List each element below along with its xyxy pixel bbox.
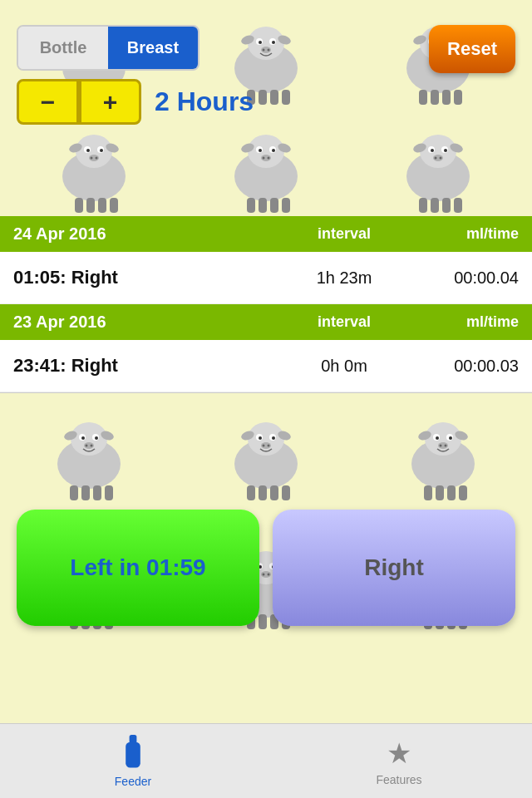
svg-rect-42: [431, 90, 439, 105]
svg-point-112: [262, 444, 264, 446]
svg-rect-181: [126, 741, 140, 767]
svg-rect-57: [86, 198, 95, 213]
row-mltime-2: 00:00.03: [411, 357, 519, 376]
svg-point-20: [272, 41, 275, 44]
svg-point-61: [248, 135, 284, 168]
svg-rect-58: [98, 198, 106, 213]
sheep-6: [352, 116, 524, 216]
svg-rect-131: [424, 485, 432, 500]
svg-rect-118: [270, 485, 278, 500]
svg-rect-86: [419, 198, 427, 213]
mltime-col-header-2: ml/time: [411, 313, 519, 331]
svg-rect-103: [93, 485, 101, 500]
svg-point-113: [267, 444, 269, 446]
svg-point-121: [425, 422, 461, 456]
svg-rect-88: [442, 198, 451, 213]
svg-rect-41: [419, 90, 427, 105]
svg-point-46: [76, 135, 112, 168]
svg-point-80: [444, 149, 447, 152]
bottom-sheep-3: [355, 393, 532, 522]
svg-rect-72: [259, 198, 267, 213]
mltime-col-header-1: ml/time: [411, 225, 519, 243]
mode-button-group: Bottle Breast: [17, 25, 200, 71]
time-controls: − + 2 Hours: [17, 79, 254, 125]
svg-point-68: [267, 157, 269, 160]
tab-features[interactable]: ★ Features: [266, 724, 532, 798]
sheep-5: [180, 116, 352, 216]
svg-point-76: [420, 135, 456, 168]
bottle-mode-button[interactable]: Bottle: [18, 27, 108, 69]
svg-rect-102: [81, 485, 90, 500]
date-header-1: 24 Apr 2016 interval ml/time: [0, 216, 532, 252]
tab-feeder[interactable]: Feeder: [0, 724, 266, 798]
svg-point-91: [71, 422, 107, 456]
svg-rect-104: [105, 485, 113, 500]
svg-rect-28: [270, 90, 278, 105]
row-interval-1: 1h 23m: [278, 268, 411, 288]
svg-point-53: [96, 157, 98, 160]
bottle-icon: [121, 735, 145, 771]
svg-point-106: [248, 422, 284, 456]
svg-point-83: [439, 157, 441, 160]
top-section: Bottle Breast − + 2 Hours Reset: [0, 0, 532, 216]
star-icon: ★: [387, 736, 411, 770]
svg-rect-73: [270, 198, 278, 213]
increment-button[interactable]: +: [79, 79, 141, 125]
svg-rect-74: [282, 198, 290, 213]
svg-point-110: [272, 436, 275, 440]
svg-rect-134: [459, 485, 467, 500]
svg-point-67: [262, 157, 264, 160]
row-time-side-1: 01:05: Right: [13, 267, 278, 288]
svg-rect-59: [110, 198, 118, 213]
tab-feeder-label: Feeder: [115, 775, 151, 788]
bottom-sheep-1: [0, 393, 177, 522]
controls-overlay: Bottle Breast − + 2 Hours: [17, 25, 254, 125]
time-display: 2 Hours: [155, 86, 254, 117]
svg-point-124: [436, 436, 439, 440]
svg-rect-27: [259, 90, 267, 105]
svg-rect-133: [447, 485, 456, 500]
svg-rect-101: [70, 485, 78, 500]
svg-point-127: [440, 444, 442, 446]
sheep-4: [8, 116, 180, 216]
svg-point-64: [259, 149, 262, 152]
bottom-section: Left in 01:59 Right: [0, 393, 532, 651]
date-label-1: 24 Apr 2016: [13, 224, 278, 244]
svg-point-23: [267, 49, 269, 52]
svg-point-52: [91, 157, 93, 160]
svg-rect-119: [282, 485, 290, 500]
interval-col-header-2: interval: [278, 313, 411, 331]
svg-point-128: [445, 444, 447, 446]
table-section: 24 Apr 2016 interval ml/time 01:05: Righ…: [0, 216, 532, 393]
svg-point-19: [259, 41, 262, 44]
svg-point-95: [95, 436, 98, 440]
reset-button[interactable]: Reset: [429, 25, 515, 73]
left-breast-button[interactable]: Left in 01:59: [17, 510, 259, 626]
row-interval-2: 0h 0m: [278, 357, 411, 376]
svg-point-125: [449, 436, 452, 440]
date-label-2: 23 Apr 2016: [13, 313, 278, 332]
svg-rect-132: [436, 485, 444, 500]
svg-point-65: [272, 149, 275, 152]
svg-rect-117: [259, 485, 267, 500]
svg-point-79: [431, 149, 434, 152]
svg-rect-89: [454, 198, 462, 213]
svg-point-98: [90, 444, 92, 446]
date-header-2: 23 Apr 2016 interval ml/time: [0, 304, 532, 340]
svg-rect-29: [282, 90, 290, 105]
breast-mode-button[interactable]: Breast: [108, 27, 198, 69]
decrement-button[interactable]: −: [17, 79, 79, 125]
tab-bar: Feeder ★ Features: [0, 723, 532, 798]
interval-col-header-1: interval: [278, 225, 411, 243]
bottom-sheep-2: [177, 393, 354, 522]
action-buttons: Left in 01:59 Right: [17, 510, 515, 626]
svg-point-82: [434, 157, 436, 160]
svg-rect-43: [442, 90, 451, 105]
svg-point-109: [259, 436, 262, 440]
svg-rect-87: [431, 198, 439, 213]
right-breast-button[interactable]: Right: [273, 510, 515, 626]
svg-rect-56: [75, 198, 83, 213]
table-row-2: 23:41: Right 0h 0m 00:00.03: [0, 340, 532, 392]
row-mltime-1: 00:00.04: [411, 268, 519, 288]
svg-point-22: [262, 49, 264, 52]
